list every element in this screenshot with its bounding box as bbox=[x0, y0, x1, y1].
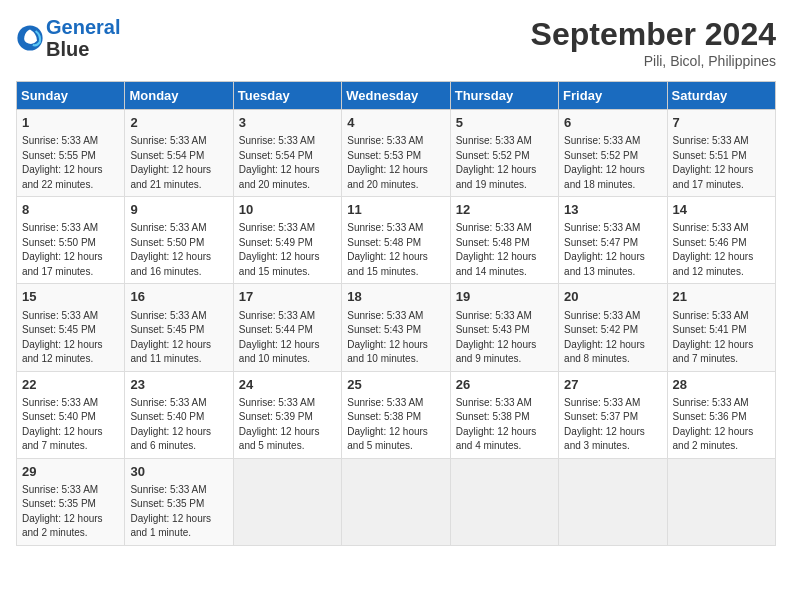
month-title: September 2024 bbox=[531, 16, 776, 53]
day-info: Sunrise: 5:33 AM Sunset: 5:36 PM Dayligh… bbox=[673, 396, 770, 454]
calendar-cell: 26Sunrise: 5:33 AM Sunset: 5:38 PM Dayli… bbox=[450, 371, 558, 458]
day-info: Sunrise: 5:33 AM Sunset: 5:43 PM Dayligh… bbox=[347, 309, 444, 367]
day-info: Sunrise: 5:33 AM Sunset: 5:44 PM Dayligh… bbox=[239, 309, 336, 367]
day-number: 8 bbox=[22, 201, 119, 219]
calendar-cell: 16Sunrise: 5:33 AM Sunset: 5:45 PM Dayli… bbox=[125, 284, 233, 371]
day-number: 24 bbox=[239, 376, 336, 394]
week-row-3: 22Sunrise: 5:33 AM Sunset: 5:40 PM Dayli… bbox=[17, 371, 776, 458]
day-number: 4 bbox=[347, 114, 444, 132]
col-header-saturday: Saturday bbox=[667, 82, 775, 110]
calendar-cell: 13Sunrise: 5:33 AM Sunset: 5:47 PM Dayli… bbox=[559, 197, 667, 284]
calendar-cell: 21Sunrise: 5:33 AM Sunset: 5:41 PM Dayli… bbox=[667, 284, 775, 371]
title-block: September 2024 Pili, Bicol, Philippines bbox=[531, 16, 776, 69]
calendar-cell: 20Sunrise: 5:33 AM Sunset: 5:42 PM Dayli… bbox=[559, 284, 667, 371]
calendar-cell: 25Sunrise: 5:33 AM Sunset: 5:38 PM Dayli… bbox=[342, 371, 450, 458]
calendar-cell bbox=[450, 458, 558, 545]
calendar-cell: 5Sunrise: 5:33 AM Sunset: 5:52 PM Daylig… bbox=[450, 110, 558, 197]
day-info: Sunrise: 5:33 AM Sunset: 5:42 PM Dayligh… bbox=[564, 309, 661, 367]
day-info: Sunrise: 5:33 AM Sunset: 5:54 PM Dayligh… bbox=[239, 134, 336, 192]
day-number: 13 bbox=[564, 201, 661, 219]
day-info: Sunrise: 5:33 AM Sunset: 5:52 PM Dayligh… bbox=[456, 134, 553, 192]
calendar-cell: 8Sunrise: 5:33 AM Sunset: 5:50 PM Daylig… bbox=[17, 197, 125, 284]
calendar-cell: 9Sunrise: 5:33 AM Sunset: 5:50 PM Daylig… bbox=[125, 197, 233, 284]
day-number: 11 bbox=[347, 201, 444, 219]
day-number: 14 bbox=[673, 201, 770, 219]
day-number: 20 bbox=[564, 288, 661, 306]
page-header: General Blue September 2024 Pili, Bicol,… bbox=[16, 16, 776, 69]
calendar-cell: 1Sunrise: 5:33 AM Sunset: 5:55 PM Daylig… bbox=[17, 110, 125, 197]
day-info: Sunrise: 5:33 AM Sunset: 5:39 PM Dayligh… bbox=[239, 396, 336, 454]
day-headers-row: SundayMondayTuesdayWednesdayThursdayFrid… bbox=[17, 82, 776, 110]
day-number: 10 bbox=[239, 201, 336, 219]
calendar-cell bbox=[667, 458, 775, 545]
day-number: 9 bbox=[130, 201, 227, 219]
calendar-cell: 4Sunrise: 5:33 AM Sunset: 5:53 PM Daylig… bbox=[342, 110, 450, 197]
calendar-cell: 23Sunrise: 5:33 AM Sunset: 5:40 PM Dayli… bbox=[125, 371, 233, 458]
day-info: Sunrise: 5:33 AM Sunset: 5:48 PM Dayligh… bbox=[456, 221, 553, 279]
day-info: Sunrise: 5:33 AM Sunset: 5:40 PM Dayligh… bbox=[22, 396, 119, 454]
col-header-tuesday: Tuesday bbox=[233, 82, 341, 110]
calendar-cell: 19Sunrise: 5:33 AM Sunset: 5:43 PM Dayli… bbox=[450, 284, 558, 371]
day-info: Sunrise: 5:33 AM Sunset: 5:48 PM Dayligh… bbox=[347, 221, 444, 279]
week-row-0: 1Sunrise: 5:33 AM Sunset: 5:55 PM Daylig… bbox=[17, 110, 776, 197]
calendar-cell: 12Sunrise: 5:33 AM Sunset: 5:48 PM Dayli… bbox=[450, 197, 558, 284]
day-info: Sunrise: 5:33 AM Sunset: 5:40 PM Dayligh… bbox=[130, 396, 227, 454]
day-number: 21 bbox=[673, 288, 770, 306]
day-number: 23 bbox=[130, 376, 227, 394]
day-info: Sunrise: 5:33 AM Sunset: 5:45 PM Dayligh… bbox=[130, 309, 227, 367]
day-number: 7 bbox=[673, 114, 770, 132]
day-number: 26 bbox=[456, 376, 553, 394]
calendar-table: SundayMondayTuesdayWednesdayThursdayFrid… bbox=[16, 81, 776, 546]
calendar-cell: 18Sunrise: 5:33 AM Sunset: 5:43 PM Dayli… bbox=[342, 284, 450, 371]
day-info: Sunrise: 5:33 AM Sunset: 5:52 PM Dayligh… bbox=[564, 134, 661, 192]
day-number: 25 bbox=[347, 376, 444, 394]
day-info: Sunrise: 5:33 AM Sunset: 5:55 PM Dayligh… bbox=[22, 134, 119, 192]
calendar-cell: 2Sunrise: 5:33 AM Sunset: 5:54 PM Daylig… bbox=[125, 110, 233, 197]
day-info: Sunrise: 5:33 AM Sunset: 5:54 PM Dayligh… bbox=[130, 134, 227, 192]
day-info: Sunrise: 5:33 AM Sunset: 5:35 PM Dayligh… bbox=[130, 483, 227, 541]
calendar-cell: 22Sunrise: 5:33 AM Sunset: 5:40 PM Dayli… bbox=[17, 371, 125, 458]
day-info: Sunrise: 5:33 AM Sunset: 5:50 PM Dayligh… bbox=[130, 221, 227, 279]
calendar-cell: 11Sunrise: 5:33 AM Sunset: 5:48 PM Dayli… bbox=[342, 197, 450, 284]
logo: General Blue bbox=[16, 16, 120, 60]
calendar-cell bbox=[233, 458, 341, 545]
day-info: Sunrise: 5:33 AM Sunset: 5:35 PM Dayligh… bbox=[22, 483, 119, 541]
calendar-cell: 6Sunrise: 5:33 AM Sunset: 5:52 PM Daylig… bbox=[559, 110, 667, 197]
day-info: Sunrise: 5:33 AM Sunset: 5:38 PM Dayligh… bbox=[347, 396, 444, 454]
logo-general: General bbox=[46, 16, 120, 38]
col-header-monday: Monday bbox=[125, 82, 233, 110]
day-number: 29 bbox=[22, 463, 119, 481]
day-number: 19 bbox=[456, 288, 553, 306]
calendar-cell: 27Sunrise: 5:33 AM Sunset: 5:37 PM Dayli… bbox=[559, 371, 667, 458]
logo-icon bbox=[16, 24, 44, 52]
day-number: 17 bbox=[239, 288, 336, 306]
calendar-cell: 3Sunrise: 5:33 AM Sunset: 5:54 PM Daylig… bbox=[233, 110, 341, 197]
day-number: 22 bbox=[22, 376, 119, 394]
calendar-cell: 30Sunrise: 5:33 AM Sunset: 5:35 PM Dayli… bbox=[125, 458, 233, 545]
day-number: 18 bbox=[347, 288, 444, 306]
week-row-4: 29Sunrise: 5:33 AM Sunset: 5:35 PM Dayli… bbox=[17, 458, 776, 545]
calendar-cell: 28Sunrise: 5:33 AM Sunset: 5:36 PM Dayli… bbox=[667, 371, 775, 458]
day-number: 27 bbox=[564, 376, 661, 394]
calendar-cell: 15Sunrise: 5:33 AM Sunset: 5:45 PM Dayli… bbox=[17, 284, 125, 371]
day-number: 3 bbox=[239, 114, 336, 132]
day-info: Sunrise: 5:33 AM Sunset: 5:43 PM Dayligh… bbox=[456, 309, 553, 367]
calendar-cell: 17Sunrise: 5:33 AM Sunset: 5:44 PM Dayli… bbox=[233, 284, 341, 371]
day-info: Sunrise: 5:33 AM Sunset: 5:50 PM Dayligh… bbox=[22, 221, 119, 279]
day-info: Sunrise: 5:33 AM Sunset: 5:41 PM Dayligh… bbox=[673, 309, 770, 367]
day-number: 5 bbox=[456, 114, 553, 132]
col-header-thursday: Thursday bbox=[450, 82, 558, 110]
calendar-cell: 10Sunrise: 5:33 AM Sunset: 5:49 PM Dayli… bbox=[233, 197, 341, 284]
day-info: Sunrise: 5:33 AM Sunset: 5:53 PM Dayligh… bbox=[347, 134, 444, 192]
location-subtitle: Pili, Bicol, Philippines bbox=[531, 53, 776, 69]
week-row-1: 8Sunrise: 5:33 AM Sunset: 5:50 PM Daylig… bbox=[17, 197, 776, 284]
col-header-sunday: Sunday bbox=[17, 82, 125, 110]
day-number: 28 bbox=[673, 376, 770, 394]
day-info: Sunrise: 5:33 AM Sunset: 5:46 PM Dayligh… bbox=[673, 221, 770, 279]
day-number: 16 bbox=[130, 288, 227, 306]
calendar-cell: 7Sunrise: 5:33 AM Sunset: 5:51 PM Daylig… bbox=[667, 110, 775, 197]
calendar-cell: 29Sunrise: 5:33 AM Sunset: 5:35 PM Dayli… bbox=[17, 458, 125, 545]
day-info: Sunrise: 5:33 AM Sunset: 5:45 PM Dayligh… bbox=[22, 309, 119, 367]
day-number: 2 bbox=[130, 114, 227, 132]
day-number: 12 bbox=[456, 201, 553, 219]
